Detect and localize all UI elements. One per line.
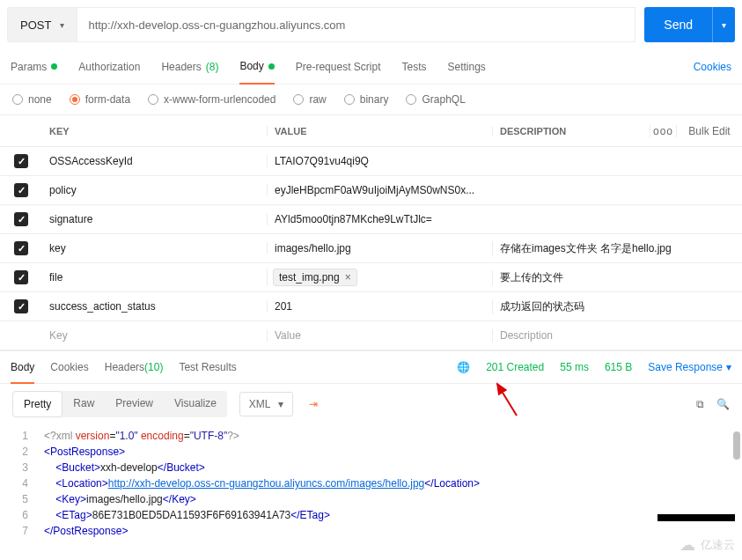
form-data-table: KEY VALUE DESCRIPTION ooo Bulk Edit OSSA… bbox=[0, 114, 742, 350]
checkbox[interactable] bbox=[14, 183, 28, 197]
table-row[interactable]: OSSAccessKeyIdLTAIO7Q91vu4qi9Q bbox=[0, 147, 742, 176]
col-desc: DESCRIPTION bbox=[492, 126, 650, 136]
tab-prerequest[interactable]: Pre-request Script bbox=[296, 49, 381, 84]
table-row[interactable]: policyeyJleHBpcmF0aW9uIjoiMjAyMS0wNS0x..… bbox=[0, 176, 742, 205]
view-visualize[interactable]: Visualize bbox=[164, 391, 227, 417]
status-badge: 201 Created bbox=[486, 361, 544, 373]
radio-graphql[interactable]: GraphQL bbox=[406, 93, 465, 106]
more-icon[interactable]: ooo bbox=[650, 125, 676, 137]
view-pretty[interactable]: Pretty bbox=[12, 391, 62, 417]
method-label: POST bbox=[20, 18, 51, 32]
response-tabs: Body Cookies Headers (10) Test Results 🌐… bbox=[0, 350, 742, 384]
checkbox[interactable] bbox=[14, 270, 28, 284]
chevron-down-icon: ▾ bbox=[60, 20, 64, 30]
tab-resp-headers[interactable]: Headers (10) bbox=[105, 351, 164, 383]
response-body: 1<?xml version="1.0" encoding="UTF-8"?> … bbox=[0, 424, 742, 539]
chevron-down-icon: ▾ bbox=[726, 361, 731, 373]
tab-headers[interactable]: Headers (8) bbox=[161, 49, 218, 84]
send-button[interactable]: Send ▾ bbox=[644, 7, 735, 42]
wrap-icon[interactable]: ⇥ bbox=[302, 393, 325, 416]
bulk-edit[interactable]: Bulk Edit bbox=[676, 125, 742, 137]
request-tabs: Params Authorization Headers (8) Body Pr… bbox=[0, 49, 742, 85]
table-row[interactable]: signatureAYld5moo0tjn87MKche9LwTtJlc= bbox=[0, 205, 742, 234]
redaction-bar bbox=[658, 514, 735, 521]
globe-icon[interactable]: 🌐 bbox=[457, 361, 470, 373]
table-row[interactable]: keyimages/hello.jpg存储在images文件夹 名字是hello… bbox=[0, 234, 742, 263]
tab-settings[interactable]: Settings bbox=[448, 49, 486, 84]
radio-none[interactable]: none bbox=[12, 93, 52, 106]
method-select[interactable]: POST ▾ bbox=[7, 7, 77, 42]
checkbox[interactable] bbox=[14, 241, 28, 255]
send-dropdown[interactable]: ▾ bbox=[712, 7, 735, 42]
checkbox[interactable] bbox=[14, 299, 28, 313]
body-type-radios: none form-data x-www-form-urlencoded raw… bbox=[0, 85, 742, 114]
col-key: KEY bbox=[42, 126, 267, 136]
scrollbar[interactable] bbox=[733, 431, 740, 460]
radio-binary[interactable]: binary bbox=[344, 93, 389, 106]
response-view-bar: Pretty Raw Preview Visualize XML▾ ⇥ ⧉ 🔍 bbox=[0, 384, 742, 424]
size-badge: 615 B bbox=[605, 361, 632, 373]
close-icon[interactable]: × bbox=[345, 271, 351, 284]
copy-icon[interactable]: ⧉ bbox=[696, 398, 704, 410]
table-row[interactable]: success_action_status201成功返回的状态码 bbox=[0, 292, 742, 321]
format-select[interactable]: XML▾ bbox=[239, 392, 293, 416]
url-bar: POST ▾ Send ▾ bbox=[0, 0, 742, 49]
file-chip[interactable]: test_img.png× bbox=[273, 269, 357, 286]
tab-authorization[interactable]: Authorization bbox=[78, 49, 140, 84]
table-row[interactable]: filetest_img.png×要上传的文件 bbox=[0, 263, 742, 292]
col-value: VALUE bbox=[267, 126, 492, 136]
tab-resp-tests[interactable]: Test Results bbox=[179, 351, 236, 383]
checkbox[interactable] bbox=[14, 154, 28, 168]
tab-body[interactable]: Body bbox=[239, 50, 274, 85]
time-badge: 55 ms bbox=[560, 361, 589, 373]
checkbox[interactable] bbox=[14, 212, 28, 226]
search-icon[interactable]: 🔍 bbox=[716, 398, 730, 410]
chevron-down-icon: ▾ bbox=[278, 398, 283, 410]
tab-tests[interactable]: Tests bbox=[401, 49, 426, 84]
cookies-link[interactable]: Cookies bbox=[694, 61, 731, 73]
cloud-icon: ☁ bbox=[680, 535, 695, 555]
view-raw[interactable]: Raw bbox=[62, 391, 105, 417]
tab-resp-body[interactable]: Body bbox=[11, 352, 34, 384]
table-row-placeholder[interactable]: KeyValueDescription bbox=[0, 321, 742, 350]
radio-raw[interactable]: raw bbox=[293, 93, 326, 106]
url-input[interactable] bbox=[77, 7, 635, 42]
view-preview[interactable]: Preview bbox=[105, 391, 164, 417]
tab-params[interactable]: Params bbox=[11, 49, 57, 84]
dot-icon bbox=[51, 63, 57, 70]
dot-icon bbox=[268, 63, 275, 70]
tab-resp-cookies[interactable]: Cookies bbox=[50, 351, 88, 383]
watermark: ☁亿速云 bbox=[680, 535, 735, 555]
radio-formdata[interactable]: form-data bbox=[70, 93, 130, 106]
radio-xform[interactable]: x-www-form-urlencoded bbox=[148, 93, 275, 106]
save-response[interactable]: Save Response▾ bbox=[648, 361, 731, 373]
